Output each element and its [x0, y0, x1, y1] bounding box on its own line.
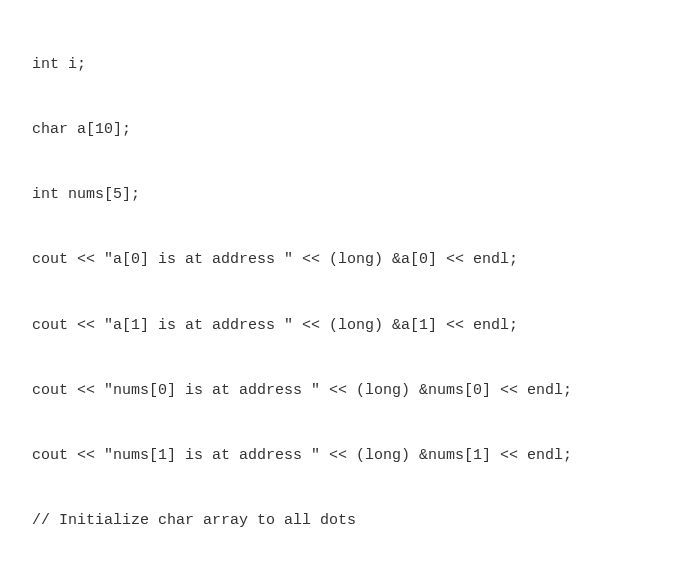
- code-line: cout << "a[0] is at address " << (long) …: [20, 249, 659, 271]
- code-line: int i;: [20, 54, 659, 76]
- code-line: cout << "a[1] is at address " << (long) …: [20, 315, 659, 337]
- code-line: cout << "nums[0] is at address " << (lon…: [20, 380, 659, 402]
- code-listing: int i; char a[10]; int nums[5]; cout << …: [20, 10, 659, 562]
- code-line: char a[10];: [20, 119, 659, 141]
- code-comment: // Initialize char array to all dots: [20, 510, 659, 532]
- code-line: int nums[5];: [20, 184, 659, 206]
- code-line: cout << "nums[1] is at address " << (lon…: [20, 445, 659, 467]
